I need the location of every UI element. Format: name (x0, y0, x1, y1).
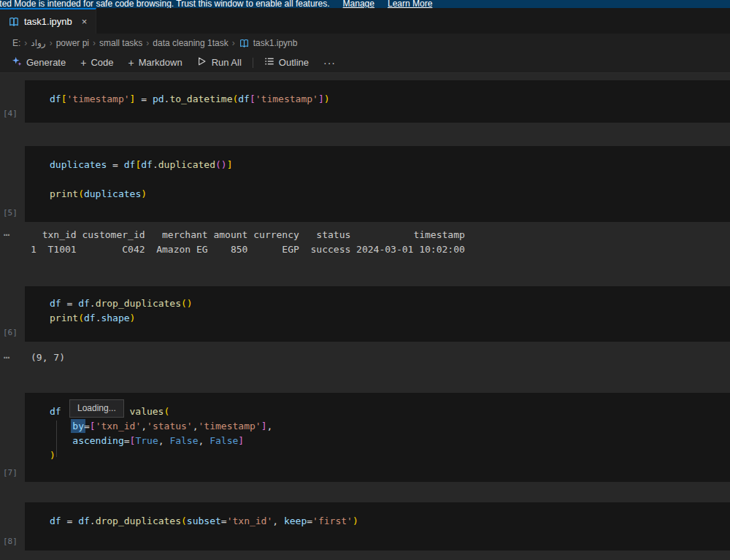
breadcrumb-item-folder-3[interactable]: small tasks (97, 38, 145, 48)
code-token: False (210, 435, 238, 446)
tab-title: task1.ipynb (24, 16, 72, 27)
code-token: , (266, 421, 272, 431)
banner-content: Restricted Mode is intended for safe cod… (0, 0, 730, 8)
code-token: shape (101, 312, 129, 323)
code-token: duplicates (84, 188, 141, 199)
code-line[interactable]: df = df.drop_duplicates(subset='txn_id',… (50, 514, 730, 529)
code-token: , (193, 421, 199, 431)
code-token: ] (318, 93, 324, 104)
code-token: ( (78, 312, 84, 323)
code-token: 'txn_id' (227, 515, 273, 526)
generate-button[interactable]: Generate (4, 53, 73, 72)
code-line[interactable]: print(duplicates) (50, 187, 730, 202)
output-text: (9, 7) (25, 350, 65, 365)
code-token: df (50, 298, 61, 309)
breadcrumb: E: › رواد › power pi › small tasks › dat… (0, 34, 730, 53)
code-line[interactable]: df['timestamp'] = pd.to_datetime(df['tim… (50, 92, 730, 107)
breadcrumb-item-folder-2[interactable]: power pi (54, 38, 91, 48)
code-token: ) (141, 188, 147, 199)
code-line[interactable]: by=['txn_id','status','timestamp'], (50, 419, 730, 434)
code-token: df (78, 515, 90, 526)
code-token: drop_duplicates (96, 298, 181, 309)
code-token: . (153, 159, 158, 170)
add-markdown-button[interactable]: + Markdown (120, 53, 189, 72)
code-line[interactable]: ) (50, 448, 730, 463)
banner-learn-more-link[interactable]: Learn More (388, 0, 432, 8)
code-line[interactable]: df = df.drop_duplicates() (50, 296, 730, 311)
close-icon[interactable]: × (82, 17, 88, 26)
cell-editor[interactable]: df values( by=['txn_id','status','timest… (25, 393, 730, 482)
code-token: df (238, 93, 250, 104)
tab-task1-ipynb[interactable]: task1.ipynb × (0, 8, 96, 34)
cell-editor[interactable]: df = df.drop_duplicates()print(df.shape) (25, 286, 730, 342)
notebook: [4]df['timestamp'] = pd.to_datetime(df['… (0, 73, 730, 551)
code-token: print (50, 312, 78, 323)
breadcrumb-item-file[interactable]: task1.ipynb (251, 38, 300, 48)
add-code-label: Code (91, 57, 113, 68)
output-expand-toggle[interactable]: ⋯ (4, 351, 10, 363)
cell-editor[interactable]: df['timestamp'] = pd.to_datetime(df['tim… (25, 80, 730, 123)
cell-output: ⋯ txn_id customer_id merchant amount cur… (0, 228, 730, 257)
plus-icon: + (128, 58, 134, 68)
execution-count: [5] (3, 208, 18, 218)
code-token: ( (164, 406, 169, 417)
notebook-icon (239, 39, 249, 48)
chevron-right-icon: › (232, 38, 235, 48)
code-token: keep (284, 515, 307, 526)
add-code-button[interactable]: + Code (73, 53, 120, 72)
cell-editor[interactable]: duplicates = df[df.duplicated()]print(du… (25, 146, 730, 222)
code-token: ) (50, 450, 55, 461)
code-token: 'status' (147, 421, 193, 431)
code-token: . (90, 298, 96, 309)
code-token: 'timestamp' (66, 93, 129, 104)
code-token: = (135, 93, 152, 104)
sparkle-icon (12, 56, 22, 69)
run-all-icon (197, 56, 207, 69)
code-line[interactable]: print(df.shape) (50, 311, 730, 326)
code-token: ) (130, 312, 136, 323)
code-token: = (307, 515, 312, 526)
code-token: df (84, 312, 96, 323)
notebook-cell: [4]df['timestamp'] = pd.to_datetime(df['… (0, 80, 730, 123)
banner-text: Restricted Mode is intended for safe cod… (0, 0, 330, 8)
add-markdown-label: Markdown (139, 57, 182, 68)
restricted-mode-banner: Restricted Mode is intended for safe cod… (0, 0, 730, 8)
code-token: , (199, 435, 210, 446)
code-line[interactable]: ascending=[True, False, False] (50, 434, 730, 448)
breadcrumb-item-folder-4[interactable]: data cleaning 1task (150, 38, 230, 48)
cell-editor[interactable]: df = df.drop_duplicates(subset='txn_id',… (25, 502, 730, 551)
code-token: False (169, 435, 198, 446)
notebook-toolbar: Generate + Code + Markdown Run All Outli… (0, 53, 730, 73)
output-gutter: ⋯ (0, 228, 25, 257)
breadcrumb-item-folder-1[interactable]: رواد (28, 38, 47, 48)
code-token: df (50, 515, 61, 526)
indent-guide (56, 421, 57, 457)
code-token: df (50, 406, 61, 417)
breadcrumb-item-drive[interactable]: E: (10, 38, 23, 48)
code-line[interactable]: duplicates = df[df.duplicated()] (50, 158, 730, 172)
code-token (50, 421, 72, 431)
code-token: values (129, 406, 164, 417)
code-line[interactable]: df values( (50, 404, 730, 419)
code-token: 'timestamp' (199, 421, 261, 431)
tab-bar: task1.ipynb × (0, 8, 730, 34)
code-token: ) (353, 515, 358, 526)
execution-count: [7] (3, 468, 18, 477)
outline-button[interactable]: Outline (257, 53, 316, 72)
code-token: ( (181, 515, 187, 526)
more-actions-button[interactable]: ··· (316, 53, 343, 72)
run-all-button[interactable]: Run All (190, 53, 249, 72)
cell-gutter: [7] (0, 393, 25, 482)
code-token: duplicates (50, 159, 107, 170)
code-token: 'timestamp' (256, 93, 318, 104)
code-token: , (158, 435, 170, 446)
banner-manage-link[interactable]: Manage (343, 0, 374, 8)
code-token: by (72, 421, 84, 431)
code-line[interactable] (50, 172, 730, 187)
notebook-cell: [8]df = df.drop_duplicates(subset='txn_i… (0, 502, 730, 551)
code-token: = (107, 159, 123, 170)
run-all-label: Run All (212, 57, 242, 68)
code-token: ] (227, 159, 233, 170)
output-expand-toggle[interactable]: ⋯ (4, 229, 10, 240)
code-token: 'first' (312, 515, 353, 526)
